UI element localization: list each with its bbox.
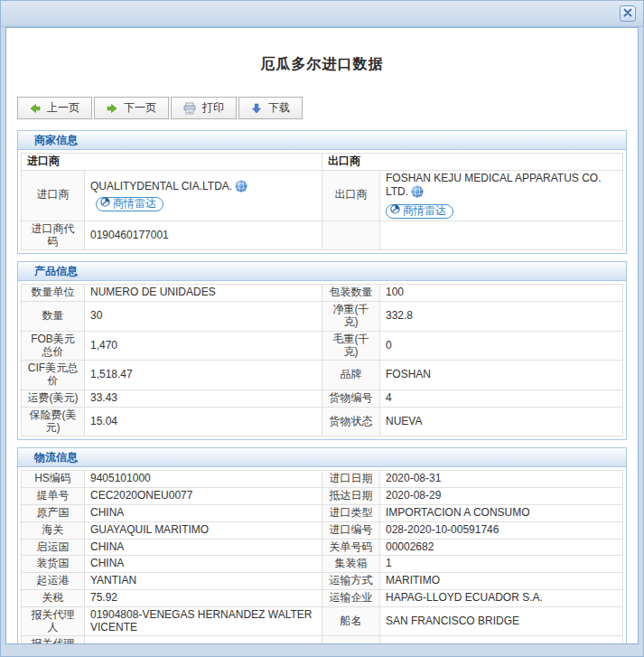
- close-icon: [622, 7, 633, 21]
- row-label: 运输方式: [322, 573, 380, 590]
- row-label: FOB美元总价: [22, 331, 85, 361]
- row-value: NUEVA: [380, 407, 623, 436]
- row-value: [85, 636, 322, 644]
- row-label: 进口类型: [322, 504, 380, 521]
- row-label: 数量: [22, 302, 85, 332]
- row-value: 4: [380, 390, 623, 407]
- row-value: 1,470: [85, 331, 322, 361]
- download-button[interactable]: 下载: [238, 97, 303, 119]
- row-value: 2020-08-29: [380, 488, 623, 505]
- section-product: 产品信息 数量单位 NUMERO DE UNIDADES 包装数量 100 数量…: [17, 261, 627, 440]
- row-label: 货物编号: [322, 390, 380, 407]
- merchant-table: 进口商 出口商 进口商 QUALITYDENTAL CIA.LTDA.商情雷达 …: [21, 153, 623, 250]
- row-label: [322, 221, 380, 250]
- table-row: 进口商 出口商: [22, 154, 623, 171]
- table-row: 提单号 CEC2020ONEU0077 抵达日期 2020-08-29: [22, 488, 623, 505]
- logistics-table: HS编码 9405101000 进口日期 2020-08-31 提单号 CEC2…: [21, 470, 623, 644]
- row-label: 包装数量: [322, 285, 380, 302]
- table-row: 原产国 CHINA 进口类型 IMPORTACION A CONSUMO: [22, 504, 623, 521]
- row-label: 进口商代码: [22, 221, 85, 250]
- importer-name: QUALITYDENTAL CIA.LTDA.: [90, 180, 232, 192]
- row-value: 0190460177001: [85, 221, 322, 250]
- globe-icon[interactable]: [235, 183, 247, 195]
- dialog-titlebar: [1, 1, 643, 27]
- row-label: 启运国: [22, 539, 85, 556]
- row-label: 关税: [22, 589, 85, 606]
- row-label: 运输企业: [322, 589, 380, 606]
- importer-cell: QUALITYDENTAL CIA.LTDA.商情雷达: [85, 170, 322, 221]
- row-label: 集装箱: [322, 556, 380, 573]
- download-icon: [251, 103, 262, 114]
- radar-badge-label: 商情雷达: [403, 205, 446, 218]
- row-label: 原产国: [22, 504, 85, 521]
- table-row: 启运国 CHINA 关单号码 00002682: [22, 539, 623, 556]
- radar-badge-label: 商情雷达: [113, 198, 156, 211]
- row-label: 品牌: [322, 361, 380, 390]
- row-value: 30: [85, 302, 322, 332]
- table-row: 装货国 CHINA 集装箱 1: [22, 556, 623, 573]
- row-label: 海关: [22, 521, 85, 539]
- radar-icon: [390, 204, 400, 218]
- row-label: 出口商: [322, 170, 380, 221]
- section-merchant: 商家信息 进口商 出口商 进口商 QUALITYDENTAL CIA.LTDA.…: [17, 130, 627, 254]
- product-table: 数量单位 NUMERO DE UNIDADES 包装数量 100 数量 30 净…: [21, 284, 623, 436]
- row-label: 毛重(千克): [322, 331, 380, 361]
- table-row: HS编码 9405101000 进口日期 2020-08-31: [22, 471, 623, 488]
- row-label: CIF美元总价: [22, 361, 85, 390]
- row-label: 装货国: [22, 556, 85, 573]
- radar-badge-button[interactable]: 商情雷达: [96, 197, 163, 211]
- table-row: 运费(美元) 33.43 货物编号 4: [22, 390, 623, 407]
- exporter-cell: FOSHAN KEJU MEDICAL APPARATUS CO. LTD. 商…: [380, 170, 623, 221]
- row-value: FOSHAN: [380, 361, 623, 390]
- row-value: CHINA: [85, 556, 322, 573]
- print-button[interactable]: 打印: [171, 97, 237, 119]
- close-button[interactable]: [620, 5, 636, 22]
- row-label: [322, 636, 380, 644]
- row-label: 数量单位: [22, 285, 85, 302]
- table-row: 海关 GUAYAQUIL MARITIMO 进口编号 028-2020-10-0…: [22, 521, 623, 539]
- radar-badge-button[interactable]: 商情雷达: [386, 204, 453, 219]
- row-value: CHINA: [85, 504, 322, 521]
- prev-page-button[interactable]: 上一页: [17, 97, 92, 119]
- table-row: 起运港 YANTIAN 运输方式 MARITIMO: [22, 573, 623, 590]
- row-label: 起运港: [22, 573, 85, 590]
- next-page-button[interactable]: 下一页: [94, 97, 169, 119]
- page-title: 厄瓜多尔进口数据: [6, 55, 638, 74]
- row-value: 01904808-VENEGAS HERNANDEZ WALTER VICENT…: [85, 606, 322, 636]
- row-value: HAPAG-LLOYD ECUADOR S.A.: [380, 589, 623, 606]
- row-label: 船名: [322, 606, 380, 636]
- row-value: 1,518.47: [85, 361, 322, 390]
- table-row: 关税 75.92 运输企业 HAPAG-LLOYD ECUADOR S.A.: [22, 589, 623, 606]
- row-value: 33.43: [85, 390, 322, 407]
- row-label: 关单号码: [322, 539, 380, 556]
- table-row: 进口商代码 0190460177001: [22, 221, 623, 250]
- row-value: 15.04: [85, 407, 322, 436]
- row-label: HS编码: [22, 471, 85, 488]
- row-value: SAN FRANCISCO BRIDGE: [380, 606, 623, 636]
- row-value: YANTIAN: [85, 573, 322, 590]
- row-label: 运费(美元): [22, 390, 85, 407]
- section-product-heading: 产品信息: [18, 262, 626, 281]
- arrow-right-icon: [107, 103, 117, 114]
- download-label: 下载: [268, 100, 290, 116]
- section-logistics-heading: 物流信息: [18, 448, 626, 467]
- row-label: 保险费(美元): [22, 407, 85, 436]
- table-row: 报关代理人 01904808-VENEGAS HERNANDEZ WALTER …: [22, 606, 623, 636]
- radar-icon: [100, 197, 110, 211]
- row-label: 进口日期: [322, 471, 380, 488]
- row-value: 75.92: [85, 589, 322, 606]
- row-value: [380, 636, 623, 644]
- row-value: 1: [380, 556, 623, 573]
- table-row: 数量 30 净重(千克) 332.8: [22, 302, 623, 332]
- row-value: IMPORTACION A CONSUMO: [380, 504, 623, 521]
- table-row: 保险费(美元) 15.04 货物状态 NUEVA: [22, 407, 623, 436]
- arrow-left-icon: [30, 103, 41, 114]
- globe-icon[interactable]: [411, 188, 424, 201]
- row-value: 2020-08-31: [380, 471, 623, 488]
- row-value: 00002682: [380, 539, 623, 556]
- row-value: 332.8: [380, 302, 623, 332]
- prev-page-label: 上一页: [47, 100, 79, 116]
- row-value: MARITIMO: [380, 573, 623, 590]
- row-label: 进口商: [22, 170, 85, 221]
- table-row: 报关代理公司: [22, 636, 623, 644]
